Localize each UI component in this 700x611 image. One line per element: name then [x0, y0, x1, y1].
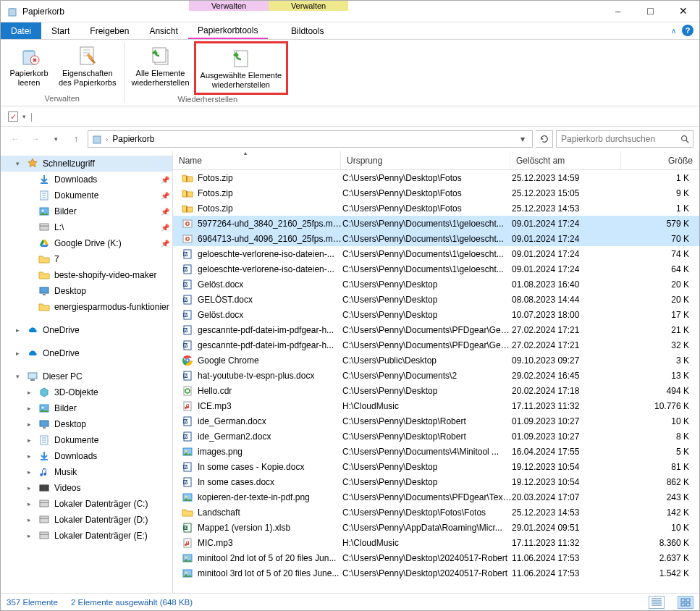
minimize-ribbon-icon[interactable]: ∧ — [671, 27, 676, 35]
column-size[interactable]: Größe — [621, 151, 699, 169]
file-row[interactable]: Wide_German2.docxC:\Users\Penny\Desktop\… — [173, 429, 699, 444]
breadcrumb-root[interactable]: Papierkorb — [111, 134, 156, 144]
expand-icon[interactable]: ▸ — [24, 468, 34, 476]
tab-file[interactable]: Datei — [1, 22, 41, 39]
expand-icon[interactable]: ▸ — [24, 484, 34, 492]
file-row[interactable]: Wgescannte-pdf-datei-im-pdfgear-h...C:\U… — [173, 337, 699, 353]
file-row[interactable]: 5977264-uhd_3840_2160_25fps.mp4C:\Users\… — [173, 216, 699, 231]
column-deleted[interactable]: Gelöscht am — [510, 151, 621, 169]
tab-image-tools[interactable]: Bildtools — [268, 22, 347, 39]
expand-icon[interactable]: ▸ — [24, 516, 34, 523]
expand-icon[interactable]: ▸ — [12, 326, 22, 334]
nav-up-button[interactable]: ↑ — [67, 130, 85, 148]
file-row[interactable]: minitool 2nd lot of 5 of 20 files Jun...… — [173, 550, 699, 565]
help-icon[interactable]: ? — [682, 25, 693, 36]
nav-item[interactable]: ▾Dieser PC — [1, 368, 172, 384]
nav-history-button[interactable]: ▾ — [47, 130, 64, 148]
file-list[interactable]: Fotos.zipC:\Users\Penny\Desktop\Fotos25.… — [173, 170, 699, 593]
expand-icon[interactable]: ▸ — [24, 421, 34, 428]
file-row[interactable]: kopieren-der-texte-in-pdf.pngC:\Users\Pe… — [173, 489, 699, 505]
nav-item[interactable]: beste-shopify-video-maker — [1, 267, 172, 283]
address-bar[interactable]: › Papierkorb ▾ — [88, 130, 533, 148]
file-row[interactable]: Fotos.zipC:\Users\Penny\Desktop\Fotos25.… — [173, 185, 699, 201]
empty-recycle-bin-button[interactable]: Papierkorb leeren — [4, 41, 54, 94]
nav-item[interactable]: ▸3D-Objekte — [1, 384, 172, 400]
nav-item[interactable]: ▸Dokumente — [1, 432, 172, 448]
file-row[interactable]: Wgescannte-pdf-datei-im-pdfgear-h...C:\U… — [173, 322, 699, 337]
file-row[interactable]: XMappe1 (version 1).xlsbC:\Users\Penny\A… — [173, 520, 699, 535]
nav-item[interactable]: ▸Lokaler Datenträger (C:) — [1, 496, 172, 512]
nav-item[interactable]: ▸Musik — [1, 464, 172, 480]
search-box[interactable] — [556, 130, 693, 148]
file-row[interactable]: Hello.cdrC:\Users\Penny\Desktop20.02.202… — [173, 383, 699, 398]
file-row[interactable]: WIn some cases.docxC:\Users\Penny\Deskto… — [173, 474, 699, 489]
nav-item[interactable]: Bilder📌 — [1, 203, 172, 219]
nav-item[interactable]: energiesparmodus-funktionier — [1, 299, 172, 315]
tab-share[interactable]: Freigeben — [80, 22, 139, 39]
nav-item[interactable]: ▸Bilder — [1, 400, 172, 416]
file-row[interactable]: WGELÖST.docxC:\Users\Penny\Desktop08.08.… — [173, 292, 699, 307]
file-row[interactable]: images.pngC:\Users\Penny\Documents\4\Min… — [173, 444, 699, 459]
nav-item[interactable]: Desktop — [1, 283, 172, 299]
recycle-bin-properties-button[interactable]: Eigenschaften des Papierkorbs — [54, 41, 121, 94]
minimize-button[interactable]: – — [602, 1, 634, 22]
nav-item[interactable]: ▸Desktop — [1, 416, 172, 432]
tab-view[interactable]: Ansicht — [139, 22, 187, 39]
nav-item[interactable]: ▸OneDrive — [1, 345, 172, 361]
nav-item[interactable]: L:\📌 — [1, 219, 172, 235]
expand-icon[interactable]: ▸ — [24, 452, 34, 460]
file-row[interactable]: Wide_German.docxC:\Users\Penny\Desktop\R… — [173, 413, 699, 429]
file-row[interactable]: Wgeloeschte-verlorene-iso-dateien-...C:\… — [173, 261, 699, 277]
nav-item[interactable]: ▸Downloads — [1, 448, 172, 464]
nav-item[interactable]: ▸Lokaler Datenträger (D:) — [1, 512, 172, 528]
search-input[interactable] — [560, 133, 677, 145]
file-row[interactable]: MIC.mp3H:\CloudMusic17.11.2023 11:328.36… — [173, 535, 699, 550]
nav-item[interactable]: Google Drive (K:)📌 — [1, 235, 172, 251]
file-row[interactable]: 6964713-uhd_4096_2160_25fps.mp4C:\Users\… — [173, 231, 699, 246]
nav-item[interactable]: ▸OneDrive — [1, 322, 172, 338]
file-row[interactable]: minitool 3rd lot of 5 of 20 files June..… — [173, 565, 699, 581]
nav-back-button[interactable]: ← — [7, 130, 24, 148]
expand-icon[interactable]: ▸ — [12, 350, 22, 357]
nav-item[interactable]: ▸Videos — [1, 480, 172, 496]
search-icon[interactable] — [680, 134, 690, 144]
file-row[interactable]: WIn some cases - Kopie.docxC:\Users\Penn… — [173, 459, 699, 474]
nav-item[interactable]: ▾Schnellzugriff — [1, 156, 172, 172]
maximize-button[interactable]: □ — [634, 1, 667, 22]
restore-all-button[interactable]: Alle Elemente wiederherstellen — [127, 41, 194, 95]
chevron-right-icon[interactable]: › — [106, 135, 108, 143]
expand-icon[interactable]: ▸ — [24, 405, 34, 412]
expand-icon[interactable]: ▸ — [24, 437, 34, 444]
nav-item[interactable]: ▸Lokaler Datenträger (E:) — [1, 528, 172, 544]
chevron-down-icon[interactable]: ▾ — [22, 113, 26, 120]
nav-item[interactable]: Downloads📌 — [1, 172, 172, 187]
file-row[interactable]: LandschaftC:\Users\Penny\Desktop\Fotos\F… — [173, 505, 699, 520]
file-row[interactable]: WGelöst.docxC:\Users\Penny\Desktop10.07.… — [173, 307, 699, 322]
refresh-button[interactable] — [536, 130, 553, 148]
restore-selected-button[interactable]: Ausgewählte Elemente wiederherstellen — [194, 41, 289, 95]
file-row[interactable]: Fotos.zipC:\Users\Penny\Desktop\Fotos25.… — [173, 170, 699, 185]
nav-forward-button[interactable]: → — [27, 130, 44, 148]
expand-icon[interactable]: ▸ — [24, 500, 34, 507]
file-row[interactable]: Fotos.zipC:\Users\Penny\Desktop\Fotos25.… — [173, 201, 699, 216]
tab-start[interactable]: Start — [41, 22, 80, 39]
view-large-icons-button[interactable] — [678, 596, 693, 609]
select-all-checkbox[interactable] — [8, 111, 18, 122]
file-row[interactable]: What-youtube-tv-espn-plus.docxC:\Users\P… — [173, 368, 699, 383]
nav-item[interactable]: Dokumente📌 — [1, 187, 172, 203]
file-row[interactable]: WGelöst.docxC:\Users\Penny\Desktop01.08.… — [173, 277, 699, 292]
nav-item[interactable]: 7 — [1, 251, 172, 267]
close-button[interactable]: ✕ — [667, 1, 699, 22]
expand-icon[interactable]: ▸ — [24, 532, 34, 539]
view-details-button[interactable] — [649, 596, 665, 609]
expand-icon[interactable]: ▸ — [24, 389, 34, 396]
column-origin[interactable]: Ursprung — [341, 151, 510, 169]
file-row[interactable]: Google ChromeC:\Users\Public\Desktop09.1… — [173, 353, 699, 368]
navigation-pane[interactable]: ▾SchnellzugriffDownloads📌Dokumente📌Bilde… — [1, 151, 173, 593]
address-dropdown-icon[interactable]: ▾ — [516, 134, 529, 144]
expand-icon[interactable]: ▾ — [12, 373, 22, 380]
tab-recyclebin-tools[interactable]: Papierkorbtools — [188, 22, 268, 39]
file-row[interactable]: Wgeloeschte-verlorene-iso-dateien-...C:\… — [173, 246, 699, 261]
column-name[interactable]: Name — [173, 151, 341, 169]
expand-icon[interactable]: ▾ — [12, 160, 22, 167]
